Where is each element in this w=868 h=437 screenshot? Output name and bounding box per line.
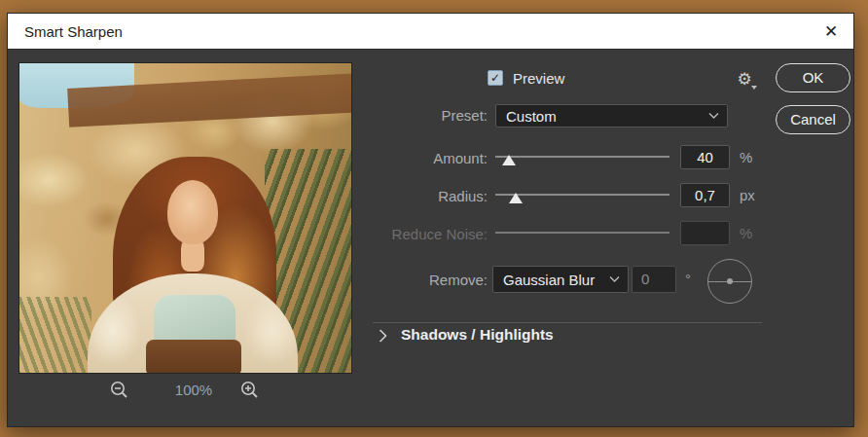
radius-value-field[interactable]: 0,7 [680, 183, 730, 207]
artwork-face [167, 180, 218, 244]
dialog-title: Smart Sharpen [24, 14, 123, 50]
artwork-plants-left [18, 297, 91, 374]
reduce-noise-unit: % [740, 225, 752, 241]
preview-checkbox-label: Preview [513, 70, 564, 87]
remove-label: Remove: [339, 272, 488, 288]
smart-sharpen-dialog: Smart Sharpen ✕ 100% [7, 13, 854, 427]
ok-button[interactable]: OK [776, 63, 850, 92]
gear-icon[interactable]: ⚙ [732, 68, 757, 93]
radius-label: Radius: [339, 188, 488, 204]
zoom-level[interactable]: 100% [155, 382, 233, 398]
preview-zoom-bar: 100% [18, 378, 352, 407]
amount-label: Amount: [339, 150, 488, 166]
angle-value-field: 0 [632, 266, 676, 293]
zoom-in-icon[interactable] [238, 380, 262, 403]
close-icon[interactable]: ✕ [816, 18, 846, 47]
cancel-button[interactable]: Cancel [776, 105, 850, 134]
gear-caret-icon [751, 86, 757, 90]
reduce-noise-value-field [680, 221, 730, 245]
amount-slider-track[interactable] [495, 156, 669, 158]
amount-slider-thumb[interactable] [502, 155, 516, 165]
amount-value-field[interactable]: 40 [680, 145, 730, 169]
reduce-noise-slider-track [495, 232, 669, 234]
zoom-out-icon[interactable] [108, 380, 131, 403]
preset-label: Preset: [339, 107, 488, 124]
chevron-down-icon [708, 113, 719, 120]
angle-unit: ° [685, 271, 691, 287]
chevron-down-icon [609, 276, 620, 283]
section-divider [373, 322, 762, 323]
remove-value: Gaussian Blur [503, 272, 595, 288]
preset-value: Custom [506, 108, 557, 125]
dialog-titlebar[interactable]: Smart Sharpen ✕ [8, 14, 853, 50]
chevron-right-icon [379, 329, 387, 343]
reduce-noise-label: Reduce Noise: [339, 226, 488, 242]
radius-slider-track[interactable] [495, 194, 669, 196]
artwork-corset [146, 340, 241, 374]
preview-thumbnail[interactable] [18, 62, 352, 374]
angle-dial[interactable] [707, 259, 752, 304]
preview-checkbox[interactable]: ✓ [488, 70, 503, 86]
amount-unit: % [740, 149, 752, 165]
radius-unit: px [740, 187, 755, 203]
preset-dropdown[interactable]: Custom [495, 104, 728, 127]
angle-dial-dot [727, 278, 733, 284]
remove-dropdown[interactable]: Gaussian Blur [492, 266, 629, 293]
radius-slider-thumb[interactable] [509, 193, 523, 203]
shadows-highlights-label: Shadows / Highlights [401, 326, 554, 344]
